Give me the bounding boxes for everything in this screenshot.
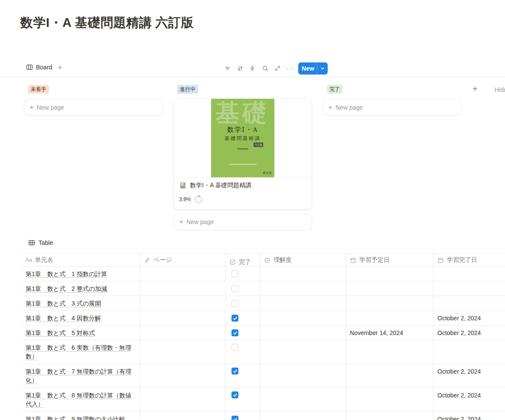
- page-cell[interactable]: [140, 340, 225, 364]
- unit-name-cell[interactable]: 第1章 数と式 8 無理数の計算（数値代入）: [22, 388, 140, 411]
- planned-date-cell[interactable]: November 14, 2024: [346, 326, 433, 340]
- completed-date-cell[interactable]: October 2, 2024: [433, 311, 505, 325]
- done-checkbox[interactable]: [231, 270, 238, 277]
- column-header-completed-date[interactable]: 学習完了日: [433, 254, 505, 266]
- completed-date-cell[interactable]: October 2, 2024: [433, 326, 505, 340]
- completed-date-cell[interactable]: [433, 340, 505, 364]
- completed-date-cell[interactable]: [433, 281, 505, 296]
- page-cell[interactable]: [140, 296, 225, 310]
- completed-date-cell[interactable]: [433, 296, 505, 310]
- understanding-cell[interactable]: [260, 296, 346, 310]
- toolbar-divider: [0, 77, 505, 77]
- page-cell[interactable]: [140, 311, 225, 325]
- board-card[interactable]: 基礎 数学Ⅰ・A 基礎問題精講 六訂版 旺文社 Aあ 数学I・A 基礎問題精講: [173, 98, 312, 210]
- expand-icon[interactable]: [274, 65, 281, 72]
- unit-name-cell[interactable]: 第1章 数と式 5 対称式: [22, 326, 140, 340]
- completed-date-cell[interactable]: October 2, 2024: [433, 364, 505, 387]
- understanding-cell[interactable]: [260, 388, 346, 411]
- done-checkbox[interactable]: [231, 416, 238, 420]
- new-page-button[interactable]: + New page: [173, 214, 312, 230]
- done-cell[interactable]: [225, 364, 260, 387]
- column-header-page[interactable]: ページ: [140, 254, 225, 266]
- completed-date-value: October 2, 2024: [437, 392, 481, 399]
- done-checkbox[interactable]: [231, 344, 238, 351]
- done-checkbox[interactable]: [231, 391, 238, 398]
- done-cell[interactable]: [225, 326, 260, 340]
- done-cell[interactable]: [225, 388, 260, 411]
- filter-icon[interactable]: [224, 65, 231, 72]
- new-page-button[interactable]: + New page: [24, 99, 163, 116]
- done-checkbox[interactable]: [231, 368, 238, 374]
- page-cell[interactable]: [140, 388, 225, 411]
- planned-date-cell[interactable]: [346, 388, 433, 411]
- completed-date-cell[interactable]: [433, 267, 505, 281]
- done-checkbox[interactable]: [231, 300, 238, 307]
- unit-name-cell[interactable]: 第1章 数と式 6 実数（有理数・無理数）: [22, 340, 140, 364]
- page-cell[interactable]: [140, 364, 225, 387]
- done-cell[interactable]: [225, 281, 260, 296]
- new-page-label: New page: [336, 104, 363, 111]
- column-header-done[interactable]: 完了: [225, 254, 260, 266]
- unit-name-cell[interactable]: 第1章 数と式 2 整式の加減: [22, 281, 140, 296]
- group-badge-in-progress[interactable]: 進行中: [177, 85, 198, 94]
- understanding-cell[interactable]: [260, 340, 346, 364]
- group-badge-not-started[interactable]: 未着手: [28, 85, 49, 94]
- board-tab-label: Board: [36, 64, 52, 71]
- completed-date-cell[interactable]: October 2, 2024: [433, 388, 505, 411]
- done-cell[interactable]: [225, 311, 260, 325]
- table-row: 第1章 数と式 6 実数（有理数・無理数）: [22, 340, 505, 364]
- table-header: Aa 単元名 ページ 完了: [22, 254, 505, 267]
- done-cell[interactable]: [225, 412, 260, 420]
- lightning-icon[interactable]: [249, 65, 256, 72]
- done-checkbox[interactable]: [231, 285, 238, 292]
- planned-date-cell[interactable]: [346, 412, 433, 420]
- chevron-down-icon[interactable]: [317, 62, 328, 75]
- search-icon[interactable]: [261, 65, 269, 72]
- page-cell[interactable]: [140, 412, 225, 420]
- planned-date-cell[interactable]: [346, 281, 433, 296]
- column-header-understanding[interactable]: 理解度: [260, 254, 346, 266]
- understanding-cell[interactable]: [260, 267, 346, 281]
- page-cell[interactable]: [140, 326, 225, 340]
- planned-date-cell[interactable]: [346, 364, 433, 387]
- table-row: 第1章 数と式 9 無理数の大小比較 October 2, 2024: [22, 412, 505, 420]
- column-header-planned-date[interactable]: 学習予定日: [346, 254, 433, 266]
- done-checkbox[interactable]: [231, 329, 238, 336]
- column-header-unit-name[interactable]: Aa 単元名: [22, 254, 140, 266]
- new-button[interactable]: New: [298, 62, 328, 75]
- more-icon[interactable]: ···: [287, 65, 294, 72]
- completed-date-cell[interactable]: October 2, 2024: [433, 412, 505, 420]
- tab-table[interactable]: Table: [28, 239, 53, 246]
- understanding-cell[interactable]: [260, 281, 346, 296]
- table: Aa 単元名 ページ 完了: [22, 254, 505, 420]
- page-cell[interactable]: [140, 267, 225, 281]
- planned-date-cell[interactable]: [346, 311, 433, 325]
- understanding-cell[interactable]: [260, 311, 346, 325]
- board-icon: [26, 64, 33, 71]
- hidden-groups-label[interactable]: Hidden groups: [495, 86, 505, 93]
- tab-board[interactable]: Board: [26, 64, 52, 71]
- unit-name-cell[interactable]: 第1章 数と式 7 無理数の計算（有理化）: [22, 364, 140, 387]
- done-checkbox[interactable]: [231, 315, 238, 322]
- unit-name-cell[interactable]: 第1章 数と式 4 因数分解: [22, 311, 140, 325]
- understanding-cell[interactable]: [260, 412, 346, 420]
- understanding-cell[interactable]: [260, 364, 346, 387]
- unit-name-cell[interactable]: 第1章 数と式 3 式の展開: [22, 296, 140, 310]
- understanding-cell[interactable]: [260, 326, 346, 340]
- done-cell[interactable]: [225, 296, 260, 310]
- done-cell[interactable]: [225, 340, 260, 364]
- unit-name-link: 第1章 数と式 1 指数の計算: [26, 270, 107, 277]
- planned-date-cell[interactable]: [346, 340, 433, 364]
- unit-name-cell[interactable]: 第1章 数と式 1 指数の計算: [22, 267, 140, 281]
- done-cell[interactable]: [225, 267, 260, 281]
- add-group-button[interactable]: +: [472, 84, 478, 94]
- page-cell[interactable]: [140, 281, 225, 296]
- planned-date-cell[interactable]: [346, 267, 433, 281]
- calendar-icon: [350, 257, 356, 264]
- group-badge-done[interactable]: 完了: [327, 85, 342, 94]
- sort-icon[interactable]: [236, 65, 244, 72]
- new-page-button[interactable]: + New page: [323, 99, 462, 116]
- unit-name-cell[interactable]: 第1章 数と式 9 無理数の大小比較: [22, 412, 140, 420]
- planned-date-cell[interactable]: [346, 296, 433, 310]
- add-view-button[interactable]: +: [58, 63, 62, 72]
